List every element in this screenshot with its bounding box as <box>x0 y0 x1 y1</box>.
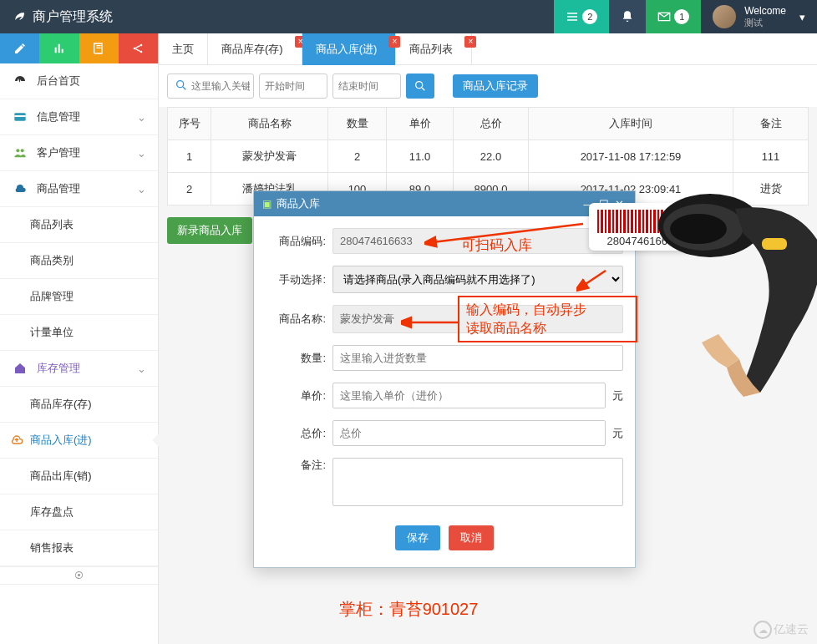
home-icon <box>12 362 28 375</box>
tool-share-button[interactable] <box>119 33 158 63</box>
top-notifications-button[interactable] <box>609 0 646 33</box>
brand: 商户管理系统 <box>0 8 125 26</box>
sidebar-subitem-sales-report[interactable]: 销售报表 <box>0 530 158 566</box>
svg-point-0 <box>134 48 136 50</box>
top-mail-button[interactable]: 1 <box>646 0 701 33</box>
cloud-icon: ☁ <box>754 621 772 639</box>
tab-stock-in[interactable]: 商品入库(进)× <box>302 33 397 65</box>
th: 商品名称 <box>211 108 328 140</box>
th: 总价 <box>454 108 529 140</box>
top-tasks-button[interactable]: 2 <box>554 0 609 33</box>
window-icon: ▣ <box>262 198 271 210</box>
svg-point-1 <box>140 44 143 47</box>
sidebar-subitem-stock-out[interactable]: 商品出库(销) <box>0 459 158 494</box>
sidebar-subitem-unit[interactable]: 计量单位 <box>0 315 158 351</box>
start-date-input[interactable] <box>259 74 327 99</box>
label-name: 商品名称: <box>266 312 332 327</box>
end-date-input[interactable] <box>332 74 401 99</box>
sidebar-item-products[interactable]: 商品管理 ⌄ <box>0 171 158 207</box>
sidebar-item-dashboard[interactable]: 后台首页 <box>0 63 158 99</box>
sidebar-subitem-product-list[interactable]: 商品列表 <box>0 207 158 243</box>
welcome-label: Welcome <box>744 5 786 17</box>
table-header-row: 序号 商品名称 数量 单价 总价 入库时间 备注 <box>168 108 809 140</box>
arrow-annotation <box>576 267 610 292</box>
qty-input[interactable] <box>332 345 623 371</box>
th: 数量 <box>328 108 387 140</box>
note-textarea[interactable] <box>332 458 623 506</box>
label-code: 商品编码: <box>266 234 332 249</box>
cancel-button[interactable]: 取消 <box>449 525 494 550</box>
th: 入库时间 <box>529 108 733 140</box>
brand-title: 商户管理系统 <box>33 8 113 26</box>
label-total: 总价: <box>266 426 332 441</box>
sidebar-subitem-brand[interactable]: 品牌管理 <box>0 279 158 315</box>
svg-point-14 <box>670 214 727 244</box>
tool-chart-button[interactable] <box>39 33 79 63</box>
sidebar-item-customers[interactable]: 客户管理 ⌄ <box>0 135 158 171</box>
sidebar-toolbar <box>0 33 158 63</box>
total-input[interactable] <box>332 420 606 446</box>
svg-point-6 <box>21 149 24 152</box>
card-icon <box>12 110 28 124</box>
users-icon <box>12 146 28 160</box>
dialog-header[interactable]: ▣ 商品入库 — ☐ ✕ <box>254 191 635 216</box>
tasks-badge: 2 <box>582 9 597 24</box>
tab-bar: 主页 商品库存(存)× 商品入库(进)× 商品列表× <box>159 33 817 65</box>
sidebar-item-stock[interactable]: 库存管理 ⌄ <box>0 351 158 387</box>
top-header: 商户管理系统 2 1 Welcome 测试 ▾ <box>0 0 817 33</box>
stock-in-records-link[interactable]: 商品入库记录 <box>453 74 538 98</box>
mail-icon <box>657 10 671 23</box>
label-price: 单价: <box>266 388 332 403</box>
chevron-down-icon: ▾ <box>799 11 805 23</box>
table-cell: 2 <box>168 173 211 205</box>
bell-icon <box>621 10 634 23</box>
svg-point-2 <box>140 51 143 53</box>
chevron-down-icon: ⌄ <box>137 183 146 195</box>
table-cell: 11.0 <box>387 140 454 173</box>
sidebar-subitem-product-category[interactable]: 商品类别 <box>0 243 158 279</box>
tab-home[interactable]: 主页 <box>159 33 208 65</box>
top-user-area[interactable]: Welcome 测试 ▾ <box>701 0 817 33</box>
label-note: 备注: <box>266 458 332 473</box>
close-icon[interactable]: × <box>464 36 476 48</box>
dashboard-icon <box>12 74 28 88</box>
table-cell: 1 <box>168 140 211 173</box>
chevron-down-icon: ⌄ <box>137 147 146 160</box>
sidebar-subitem-stock-in[interactable]: 商品入库(进) <box>0 423 158 459</box>
tab-stock-store[interactable]: 商品库存(存)× <box>208 33 302 65</box>
sidebar-collapse-button[interactable]: ⦿ <box>0 566 158 585</box>
save-button[interactable]: 保存 <box>395 525 440 550</box>
label-manual: 手动选择: <box>266 272 332 287</box>
th: 单价 <box>387 108 454 140</box>
annotation-scan: 可扫码入库 <box>461 236 532 255</box>
sidebar-subitem-stock-store[interactable]: 商品库存(存) <box>0 387 158 423</box>
svg-point-7 <box>177 80 184 87</box>
arrow-annotation <box>401 314 464 331</box>
svg-rect-4 <box>14 115 25 117</box>
keyword-input[interactable] <box>191 80 250 92</box>
list-icon <box>566 10 579 23</box>
collapse-icon: ⦿ <box>74 570 84 581</box>
sidebar-label: 库存管理 <box>37 361 80 376</box>
tool-edit-button[interactable] <box>0 33 39 63</box>
table-cell: 22.0 <box>454 140 529 173</box>
new-stock-in-button[interactable]: 新录商品入库 <box>167 217 252 244</box>
th: 序号 <box>168 108 211 140</box>
share-icon <box>131 42 145 55</box>
price-input[interactable] <box>332 383 606 408</box>
search-wrap <box>167 74 254 99</box>
search-button[interactable] <box>406 74 434 99</box>
tab-product-list[interactable]: 商品列表× <box>396 33 472 65</box>
footer-annotation: 掌柜：青苔901027 <box>339 598 479 621</box>
annotation-box: 输入编码，自动异步 读取商品名称 <box>458 296 637 342</box>
tool-book-button[interactable] <box>79 33 119 63</box>
sidebar-subitem-stock-check[interactable]: 库存盘点 <box>0 494 158 530</box>
book-icon <box>92 42 105 55</box>
search-icon <box>414 79 427 93</box>
sidebar-item-info[interactable]: 信息管理 ⌄ <box>0 99 158 135</box>
svg-point-5 <box>16 149 19 152</box>
watermark: ☁亿速云 <box>754 621 809 639</box>
unit-label: 元 <box>612 388 623 403</box>
cloud-up-icon <box>8 434 25 447</box>
table-cell: 蒙发护发膏 <box>211 140 328 173</box>
